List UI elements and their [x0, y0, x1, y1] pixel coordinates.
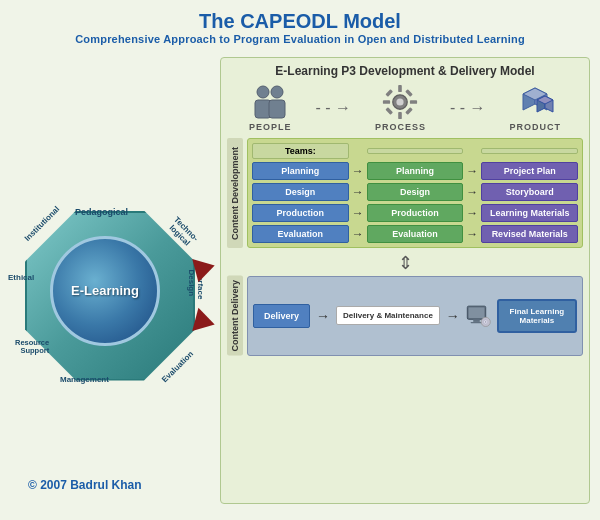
team-design: Design	[252, 183, 349, 201]
output-header	[481, 148, 578, 154]
arrow-r7: →	[352, 227, 364, 241]
process-icon-item: PROCESS	[375, 84, 426, 132]
delivery-arrow: →	[316, 308, 330, 324]
subtitle-rest3: rogram	[241, 33, 283, 45]
title-suffix: Model	[338, 10, 401, 32]
octagon-container: Pedagogical Techno-logical InterfaceDesi…	[20, 206, 200, 386]
arrow-upper	[192, 253, 218, 281]
output-project-plan: Project Plan	[481, 162, 578, 180]
svg-point-26	[485, 321, 486, 322]
title-bold: CAPEODL	[240, 10, 337, 32]
subtitle-rest7: earning	[484, 33, 525, 45]
svg-point-0	[257, 86, 269, 98]
svg-rect-21	[468, 307, 484, 318]
page-title: The CAPEODL Model	[0, 10, 600, 33]
copyright: © 2007 Badrul Khan	[28, 478, 142, 492]
teams-header: Teams:	[252, 143, 349, 159]
arrow-lower	[192, 307, 218, 335]
arrow-r3: →	[352, 185, 364, 199]
elearning-label: E-Learning	[71, 283, 139, 298]
down-arrow-separator: ⇕	[227, 252, 583, 274]
arrow-r1: →	[352, 164, 364, 178]
subtitle-e: E	[283, 33, 291, 45]
delivery-maintenance-cell: Delivery & Maintenance	[336, 306, 440, 325]
svg-rect-6	[399, 85, 403, 92]
down-arrow-icon: ⇕	[398, 253, 413, 273]
final-label: Final Learning Materials	[507, 307, 567, 325]
svg-rect-10	[386, 89, 394, 97]
team-evaluation: Evaluation	[252, 225, 349, 243]
segment-management: Management	[60, 376, 109, 385]
svg-rect-13	[406, 107, 414, 115]
product-label: PRODUCT	[509, 122, 561, 132]
content-development-label: Content Development	[227, 138, 243, 248]
svg-point-5	[397, 98, 404, 105]
svg-rect-12	[386, 107, 394, 115]
people-svg	[250, 84, 290, 120]
monitor-svg	[466, 299, 491, 333]
svg-rect-3	[269, 100, 285, 118]
content-development-grid: Teams: Planning → Planning → Project Pla…	[247, 138, 583, 248]
phase-production: Production	[367, 204, 464, 222]
header: The CAPEODL Model Comprehensive Approach…	[0, 0, 600, 49]
arrows-container	[195, 256, 215, 334]
content-delivery-label: Content Delivery	[227, 276, 243, 356]
output-revised-materials: Revised Materials	[481, 225, 578, 243]
final-materials-box: Final Learning Materials	[497, 299, 577, 333]
svg-rect-9	[410, 100, 417, 104]
arrow-r5: →	[352, 206, 364, 220]
icons-row: PEOPLE - - → PROCESS	[227, 84, 583, 132]
output-storyboard: Storyboard	[481, 183, 578, 201]
subtitle-rest6: istributed	[421, 33, 476, 45]
subtitle-rest1: omprehensive	[83, 33, 163, 45]
people-label: PEOPLE	[249, 122, 292, 132]
delivery-arrow2: →	[446, 308, 460, 324]
title-prefix: The	[199, 10, 240, 32]
arrow-r2: →	[466, 164, 478, 178]
subtitle-rest4: valuation in	[291, 33, 358, 45]
planning-header	[367, 148, 464, 154]
dashed-arrow-1: - - →	[315, 99, 351, 132]
arrow-r4: →	[466, 185, 478, 199]
cube-svg	[515, 84, 555, 120]
dashed-arrow-2: - - →	[450, 99, 486, 132]
phase-planning: Planning	[367, 162, 464, 180]
subtitle-l: L	[477, 33, 484, 45]
p3-title: E-Learning P3 Development & Delivery Mod…	[227, 64, 583, 78]
subtitle-p: P	[233, 33, 241, 45]
arrow-r8: →	[466, 227, 478, 241]
segment-pedagogical: Pedagogical	[75, 208, 128, 218]
dev-grid-inner: Teams: Planning → Planning → Project Pla…	[252, 143, 578, 243]
output-learning-materials: Learning Materials	[481, 204, 578, 222]
delivery-cell: Delivery	[253, 304, 310, 328]
subtitle: Comprehensive Approach to Program Evalua…	[0, 33, 600, 45]
delivery-row: Delivery → Delivery & Maintenance → Fina…	[247, 276, 583, 356]
process-label: PROCESS	[375, 122, 426, 132]
content-delivery-wrapper: Content Delivery Delivery → Delivery & M…	[227, 276, 583, 356]
product-icon-item: PRODUCT	[509, 84, 561, 132]
people-icon-item: PEOPLE	[249, 84, 292, 132]
team-planning: Planning	[252, 162, 349, 180]
arrow-r6: →	[466, 206, 478, 220]
content-development-wrapper: Content Development Teams: Planning → Pl…	[227, 138, 583, 248]
subtitle-rest5: pen and	[366, 33, 413, 45]
globe-circle: E-Learning	[50, 236, 160, 346]
segment-ethical: Ethical	[8, 274, 34, 283]
gear-svg	[382, 84, 418, 120]
svg-rect-23	[470, 322, 482, 323]
svg-rect-22	[473, 319, 480, 322]
right-section: E-Learning P3 Development & Delivery Mod…	[220, 57, 590, 504]
team-production: Production	[252, 204, 349, 222]
segment-resource: ResourceSupport	[15, 339, 49, 356]
svg-rect-11	[406, 89, 414, 97]
main-content: Pedagogical Techno-logical InterfaceDesi…	[0, 49, 600, 509]
subtitle-rest2: pproach to	[171, 33, 233, 45]
phase-evaluation: Evaluation	[367, 225, 464, 243]
phase-design: Design	[367, 183, 464, 201]
left-section: Pedagogical Techno-logical InterfaceDesi…	[10, 57, 210, 504]
svg-point-2	[271, 86, 283, 98]
svg-rect-8	[383, 100, 390, 104]
svg-rect-7	[399, 112, 403, 119]
